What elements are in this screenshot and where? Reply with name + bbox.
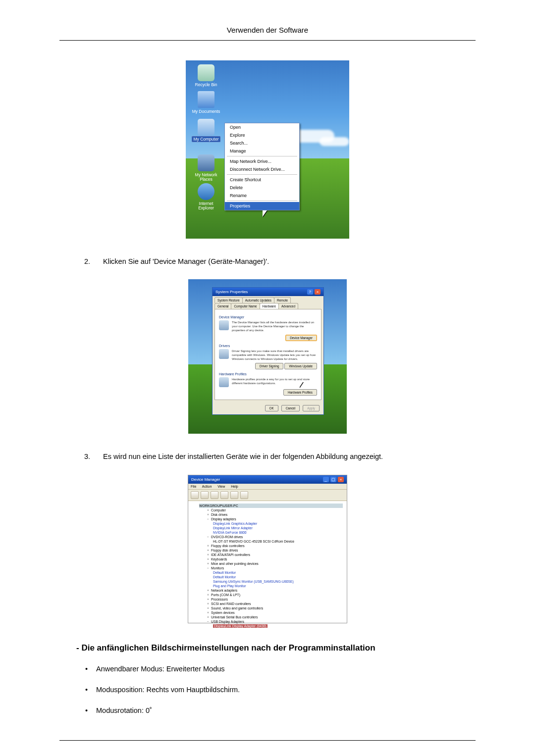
tree-usb-ctrl[interactable]: +Universal Serial Bus controllers xyxy=(206,615,343,619)
tree-item[interactable]: HL-DT-ST RW/DVD GCC-4522B SCSI CdRom Dev… xyxy=(213,539,343,544)
menu-view[interactable]: View xyxy=(217,485,225,488)
tree-sound[interactable]: +Sound, video and game controllers xyxy=(206,606,343,610)
tab-automatic-updates[interactable]: Automatic Updates xyxy=(242,297,274,303)
tree-keyboards[interactable]: +Keyboards xyxy=(206,557,343,561)
device-manager-title-text: Device Manager xyxy=(191,477,220,482)
toolbar-print-icon[interactable] xyxy=(220,491,228,499)
dialog-title-text: System Properties xyxy=(215,290,248,294)
toolbar-refresh-icon[interactable] xyxy=(230,491,238,499)
system-properties-dialog: System Properties ? × System Restore Aut… xyxy=(212,287,324,415)
driver-signing-button[interactable]: Driver Signing xyxy=(255,363,284,369)
menu-item-manage[interactable]: Manage xyxy=(225,147,299,155)
tab-system-restore[interactable]: System Restore xyxy=(214,297,243,303)
menu-action[interactable]: Action xyxy=(202,485,212,488)
device-manager-titlebar: Device Manager _ ▢ × xyxy=(188,475,347,484)
drivers-desc: Driver Signing lets you make sure that i… xyxy=(232,349,317,361)
bullet-item: Modusrotation: 0˚ xyxy=(96,706,476,727)
menu-item-disconnect-drive[interactable]: Disconnect Network Drive... xyxy=(225,165,299,173)
tree-disk-drives[interactable]: +Disk drives xyxy=(206,512,343,517)
tree-system[interactable]: +System devices xyxy=(206,610,343,615)
folder-icon xyxy=(198,91,214,108)
menu-item-properties[interactable]: Properties xyxy=(225,202,299,210)
toolbar xyxy=(188,490,347,501)
step-3: 3. Es wird nun eine Liste der installier… xyxy=(84,452,476,461)
tree-usb-display[interactable]: −USB Display Adapters xyxy=(206,619,343,624)
tree-ide[interactable]: +IDE ATA/ATAPI controllers xyxy=(206,553,343,557)
recycle-bin-icon xyxy=(198,64,214,81)
maximize-button[interactable]: ▢ xyxy=(330,477,336,482)
menu-item-search[interactable]: Search... xyxy=(225,139,299,147)
menu-item-open[interactable]: Open xyxy=(225,123,299,131)
tree-item[interactable]: DisplayLink Mirror Adapter xyxy=(213,526,343,530)
menu-help[interactable]: Help xyxy=(231,485,238,488)
tab-hardware[interactable]: Hardware xyxy=(260,303,279,309)
menu-separator xyxy=(227,156,297,156)
toolbar-view-icon[interactable] xyxy=(211,491,218,499)
step-number: 3. xyxy=(84,452,94,461)
icon-internet-explorer: Internet Explorer xyxy=(191,183,221,211)
tab-remote[interactable]: Remote xyxy=(274,297,291,303)
minimize-button[interactable]: _ xyxy=(323,477,329,482)
menubar: File Action View Help xyxy=(188,484,347,490)
footer-rule xyxy=(59,740,476,741)
close-button[interactable]: × xyxy=(338,477,344,482)
ie-icon xyxy=(198,183,214,200)
hardware-profiles-button[interactable]: Hardware Profiles xyxy=(283,389,317,396)
tree-floppy[interactable]: +Floppy disk drives xyxy=(206,548,343,553)
computer-icon xyxy=(198,119,214,136)
tree-root[interactable]: WORKGROUP\USER-PC xyxy=(199,504,343,508)
icon-label: My Network Places xyxy=(195,172,217,182)
tree-item[interactable]: DisplayLink Graphics Adapter xyxy=(213,521,343,526)
toolbar-properties-icon[interactable] xyxy=(240,491,248,499)
icon-label: My Documents xyxy=(192,109,220,114)
tree-monitors[interactable]: −Monitors xyxy=(206,566,343,570)
tree-network[interactable]: +Network adapters xyxy=(206,588,343,593)
icon-my-documents: My Documents xyxy=(191,91,221,114)
step-text: Klicken Sie auf 'Device Manager (Geräte-… xyxy=(103,256,269,266)
menu-file[interactable]: File xyxy=(191,485,196,488)
tree-item[interactable]: Samsung UbiSync Monitor (USB_SAMSUNG-U80… xyxy=(213,579,343,584)
menu-item-explore[interactable]: Explore xyxy=(225,131,299,139)
drivers-icon xyxy=(219,349,229,359)
step-number: 2. xyxy=(84,256,94,266)
apply-button[interactable]: Apply xyxy=(303,405,320,411)
tree-display-adapters[interactable]: −Display adapters xyxy=(206,517,343,521)
tab-advanced[interactable]: Advanced xyxy=(278,303,298,309)
device-manager-button[interactable]: Device Manager xyxy=(285,335,317,341)
device-manager-icon xyxy=(219,320,229,330)
tree-item-selected[interactable]: DisplayLink Display Adapter (0430) xyxy=(213,624,343,628)
dialog-titlebar: System Properties ? × xyxy=(213,288,323,296)
tab-computer-name[interactable]: Computer Name xyxy=(231,303,260,309)
menu-separator xyxy=(227,201,297,201)
tree-item[interactable]: Default Monitor xyxy=(213,575,343,579)
section-heading: - Die anfänglichen Bildschirmeinstellung… xyxy=(76,643,476,653)
tree-ports[interactable]: +Ports (COM & LPT) xyxy=(206,593,343,597)
bullet-item: Modusposition: Rechts vom Hauptbildschir… xyxy=(96,686,476,706)
help-button[interactable]: ? xyxy=(307,289,313,295)
tree-computer[interactable]: +Computer xyxy=(206,508,343,512)
page-title: Verwenden der Software xyxy=(59,20,476,41)
toolbar-back-icon[interactable] xyxy=(191,491,199,499)
close-button[interactable]: × xyxy=(315,289,321,295)
tree-floppy-ctrl[interactable]: +Floppy disk controllers xyxy=(206,544,343,548)
tree-scsi[interactable]: +SCSI and RAID controllers xyxy=(206,602,343,606)
tab-general[interactable]: General xyxy=(214,303,231,309)
menu-item-create-shortcut[interactable]: Create Shortcut xyxy=(225,176,299,184)
tree-item[interactable]: Plug and Play Monitor xyxy=(213,584,343,588)
tree-item[interactable]: NVIDIA GeForce 8800 xyxy=(213,530,343,535)
ok-button[interactable]: OK xyxy=(265,405,278,411)
tree-processors[interactable]: +Processors xyxy=(206,597,343,602)
step-text: Es wird nun eine Liste der installierten… xyxy=(103,452,383,461)
menu-item-map-drive[interactable]: Map Network Drive... xyxy=(225,157,299,165)
windows-update-button[interactable]: Windows Update xyxy=(284,363,317,369)
tree-dvd[interactable]: −DVD/CD-ROM drives xyxy=(206,535,343,539)
tree-item[interactable]: Default Monitor xyxy=(213,570,343,575)
toolbar-forward-icon[interactable] xyxy=(201,491,209,499)
tree-mice[interactable]: +Mice and other pointing devices xyxy=(206,561,343,566)
menu-item-rename[interactable]: Rename xyxy=(225,192,299,200)
tab-strip: System Restore Automatic Updates Remote … xyxy=(213,296,323,309)
cancel-button[interactable]: Cancel xyxy=(281,405,300,411)
menu-item-delete[interactable]: Delete xyxy=(225,184,299,192)
menu-separator xyxy=(227,174,297,175)
cursor-icon xyxy=(299,382,305,390)
